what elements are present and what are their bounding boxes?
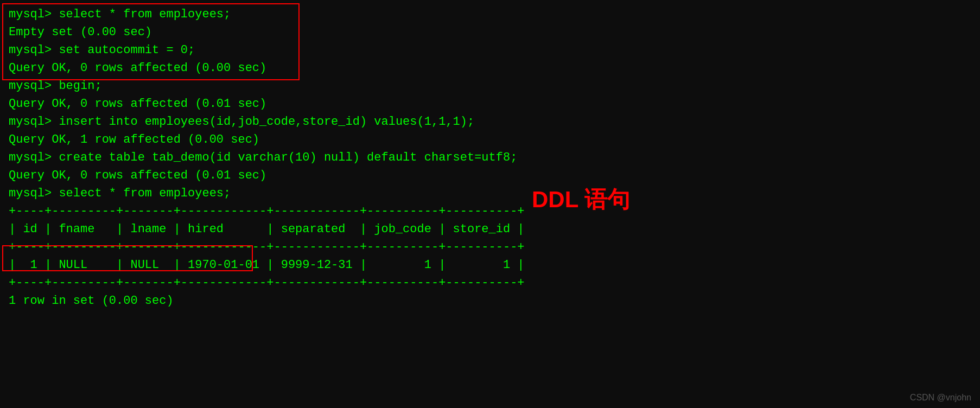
terminal-line-l4: mysql> set autocommit = 0; — [9, 41, 971, 59]
terminal-line-l14: Query OK, 0 rows affected (0.01 sec) — [9, 167, 971, 184]
terminal-line-l13: mysql> create table tab_demo(id varchar(… — [9, 149, 971, 167]
terminal-line-l2: Empty set (0.00 sec) — [9, 23, 971, 41]
terminal-line-l5: Query OK, 0 rows affected (0.00 sec) — [9, 59, 971, 77]
terminal-line-l21: +----+---------+-------+------------+---… — [9, 274, 971, 292]
terminal-line-l16: mysql> select * from employees; — [9, 184, 971, 202]
terminal: mysql> select * from employees;Empty set… — [0, 0, 980, 315]
terminal-line-l20: | 1 | NULL | NULL | 1970-01-01 | 9999-12… — [9, 256, 971, 274]
terminal-line-l19: +----+---------+-------+------------+---… — [9, 238, 971, 256]
terminal-line-l22: 1 row in set (0.00 sec) — [9, 292, 971, 310]
terminal-line-l11: Query OK, 1 row affected (0.00 sec) — [9, 131, 971, 149]
terminal-line-l18: | id | fname | lname | hired | separated… — [9, 220, 971, 238]
watermark: CSDN @vnjohn — [910, 393, 971, 403]
terminal-line-l1: mysql> select * from employees; — [9, 5, 971, 23]
terminal-line-l8: Query OK, 0 rows affected (0.01 sec) — [9, 95, 971, 113]
terminal-line-l7: mysql> begin; — [9, 77, 971, 95]
ddl-label: DDL 语句 — [532, 184, 630, 215]
terminal-line-l17: +----+---------+-------+------------+---… — [9, 202, 971, 220]
terminal-line-l10: mysql> insert into employees(id,job_code… — [9, 113, 971, 131]
